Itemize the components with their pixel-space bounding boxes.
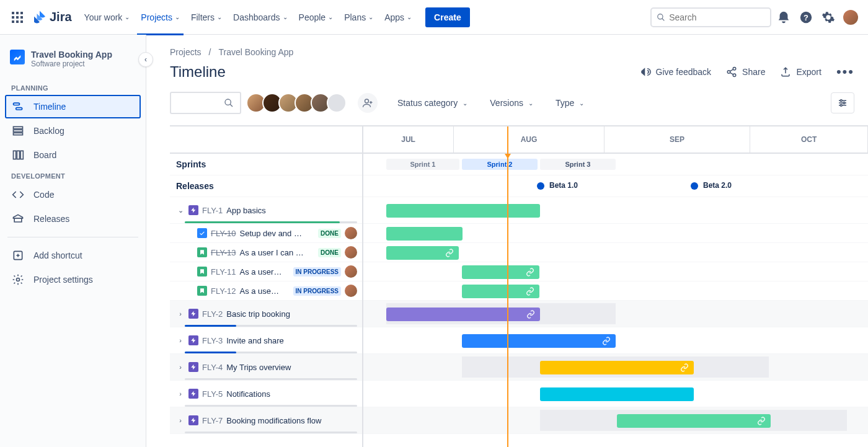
expand-toggle[interactable]: › [176, 390, 185, 397]
assignee-avatar[interactable] [345, 227, 357, 239]
expand-toggle[interactable]: › [176, 310, 185, 317]
timeline-right-column[interactable]: JULAUGSEPOCT Sprint 1Sprint 2Sprint 3 Be… [363, 126, 868, 447]
main-content: Projects / Travel Booking App Timeline G… [146, 35, 868, 447]
issue-row[interactable]: FLY-12As a use…IN PROGRESS [170, 281, 362, 301]
issue-row[interactable]: FLY-13As a user I can …DONE [170, 243, 362, 262]
top-nav: Jira Your work⌄Projects⌄Filters⌄Dashboar… [0, 0, 868, 35]
epic-row[interactable]: ›FLY-7Booking modifications flow [170, 407, 362, 434]
sprint-tag[interactable]: Sprint 1 [386, 159, 459, 170]
breadcrumb-leaf[interactable]: Travel Booking App [218, 47, 293, 57]
nav-links: Your work⌄Projects⌄Filters⌄Dashboards⌄Pe… [79, 9, 417, 26]
svg-rect-7 [16, 20, 19, 23]
timeline-bar[interactable] [386, 308, 540, 321]
sprint-tag[interactable]: Sprint 2 [462, 159, 538, 170]
issue-row[interactable]: FLY-11As a user…IN PROGRESS [170, 262, 362, 281]
svg-rect-20 [20, 151, 23, 159]
sidebar-item-backlog[interactable]: Backlog [5, 119, 141, 143]
story-icon [197, 286, 207, 296]
type-filter[interactable]: Type ⌄ [553, 94, 587, 112]
epic-row[interactable]: ⌄FLY-1App basics [170, 197, 362, 224]
assignee-avatar[interactable] [345, 265, 357, 278]
epic-row[interactable]: ›FLY-2Basic trip booking [170, 301, 362, 327]
svg-rect-2 [20, 12, 23, 14]
help-icon[interactable]: ? [796, 7, 816, 27]
profile-avatar[interactable] [841, 7, 861, 27]
sidebar-item-code[interactable]: Code [5, 183, 141, 206]
backlog-icon [11, 124, 25, 138]
export-button[interactable]: Export [780, 66, 821, 77]
sidebar-item-releases[interactable]: Releases [5, 207, 141, 231]
create-button[interactable]: Create [425, 7, 470, 27]
timeline-bar[interactable] [617, 414, 771, 428]
release-marker[interactable] [537, 182, 544, 190]
settings-icon[interactable] [818, 7, 838, 27]
app-switcher-icon[interactable] [7, 7, 27, 27]
search-input[interactable] [650, 7, 771, 27]
nav-your-work[interactable]: Your work⌄ [79, 9, 135, 26]
expand-toggle[interactable]: › [176, 337, 185, 344]
epic-row[interactable]: ›FLY-4My Trips overview [170, 354, 362, 381]
sprint-tag[interactable]: Sprint 3 [540, 159, 616, 170]
status-category-filter[interactable]: Status category ⌄ [395, 94, 470, 112]
timeline-row [363, 243, 868, 262]
sidebar-item-add-shortcut[interactable]: Add shortcut [5, 244, 141, 267]
svg-point-30 [225, 99, 231, 105]
timeline-row [363, 281, 868, 301]
sidebar-item-timeline[interactable]: Timeline [5, 95, 141, 118]
nav-projects[interactable]: Projects⌄ [136, 9, 185, 26]
expand-toggle[interactable]: ⌄ [176, 206, 185, 215]
timeline-bar[interactable] [386, 227, 463, 241]
collapse-sidebar-button[interactable]: ‹ [138, 52, 153, 67]
add-people-button[interactable] [358, 93, 378, 113]
view-settings-button[interactable] [831, 92, 854, 113]
assignee-avatar[interactable] [345, 246, 357, 259]
assignee-avatar[interactable] [345, 285, 357, 297]
timeline-row [363, 381, 868, 407]
svg-rect-0 [12, 12, 14, 14]
expand-toggle[interactable]: › [176, 363, 185, 371]
nav-plans[interactable]: Plans⌄ [339, 9, 378, 26]
timeline-bar[interactable] [462, 334, 616, 348]
breadcrumb-root[interactable]: Projects [170, 47, 202, 57]
project-header[interactable]: Travel Booking App Software project [5, 47, 141, 79]
sidebar-label: Code [33, 190, 54, 200]
nav-filters[interactable]: Filters⌄ [186, 9, 227, 26]
project-icon [10, 50, 25, 64]
nav-dashboards[interactable]: Dashboards⌄ [228, 9, 293, 26]
give-feedback-button[interactable]: Give feedback [640, 66, 712, 77]
epic-row[interactable]: ›FLY-5Notifications [170, 381, 362, 407]
timeline-bar[interactable] [462, 285, 539, 298]
issue-row[interactable]: FLY-10Setup dev and …DONE [170, 224, 362, 243]
release-marker[interactable] [691, 182, 698, 190]
svg-point-32 [365, 99, 369, 103]
timeline-bar[interactable] [462, 265, 539, 279]
timeline-bar[interactable] [540, 361, 694, 374]
search-field[interactable] [669, 12, 765, 22]
jira-logo[interactable]: Jira [32, 10, 72, 25]
progress-bar [185, 405, 357, 407]
expand-toggle[interactable]: › [176, 417, 185, 424]
filter-label: Versions [490, 98, 523, 108]
sidebar-item-project-settings[interactable]: Project settings [5, 268, 141, 291]
versions-filter[interactable]: Versions ⌄ [487, 94, 536, 112]
sidebar-item-board[interactable]: Board [5, 143, 141, 167]
svg-line-10 [662, 18, 665, 20]
nav-people[interactable]: People⌄ [294, 9, 339, 26]
nav-apps[interactable]: Apps⌄ [379, 9, 417, 26]
issue-key: FLY-1 [202, 206, 223, 215]
svg-rect-17 [14, 133, 23, 135]
issue-key: FLY-7 [202, 416, 223, 425]
more-actions-button[interactable]: ••• [836, 64, 854, 80]
notifications-icon[interactable] [774, 7, 794, 27]
releases-label: Releases [176, 181, 214, 191]
epic-row[interactable]: ›FLY-3Invite and share [170, 327, 362, 354]
filter-search-input[interactable] [170, 92, 241, 114]
timeline-bar[interactable] [386, 204, 540, 218]
share-button[interactable]: Share [726, 66, 765, 77]
svg-line-31 [230, 104, 232, 107]
timeline-bar[interactable] [386, 246, 459, 260]
sprints-row: Sprint 1Sprint 2Sprint 3 [363, 154, 868, 175]
assignee-filter[interactable] [250, 93, 347, 113]
timeline-bar[interactable] [540, 387, 694, 401]
status-badge: DONE [318, 248, 341, 257]
